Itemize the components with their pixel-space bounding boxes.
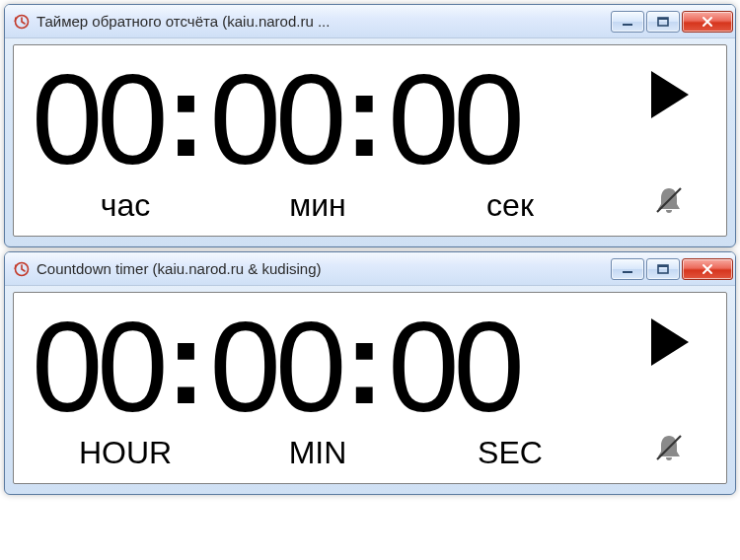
minimize-button[interactable] [611, 11, 644, 33]
window-title: Countdown timer (kaiu.narod.ru & kudisin… [37, 260, 609, 277]
window-controls [609, 11, 733, 33]
window-title: Таймер обратного отсчёта (kaiu.narod.ru … [37, 13, 609, 30]
clock-history-icon [13, 260, 31, 278]
minutes-label: MIN [219, 435, 416, 471]
seconds-value[interactable]: 00 [388, 55, 519, 183]
close-button[interactable] [682, 11, 733, 33]
time-display: 00 : 00 : 00 час мин сек [32, 55, 629, 224]
clock-history-icon [13, 13, 31, 31]
svg-rect-9 [623, 271, 632, 273]
bell-muted-icon[interactable] [651, 430, 687, 465]
minutes-value[interactable]: 00 [210, 55, 341, 183]
digits-row: 00 : 00 : 00 [32, 303, 629, 431]
svg-marker-5 [651, 71, 689, 118]
maximize-button[interactable] [646, 11, 680, 33]
window-controls [609, 258, 733, 280]
time-display: 00 : 00 : 00 HOUR MIN SEC [32, 303, 629, 471]
bell-muted-icon[interactable] [651, 182, 687, 218]
close-button[interactable] [682, 258, 733, 280]
seconds-label: SEC [416, 435, 604, 471]
hours-value[interactable]: 00 [32, 303, 163, 431]
play-icon[interactable] [645, 315, 693, 370]
svg-marker-12 [651, 318, 689, 366]
seconds-value[interactable]: 00 [388, 303, 519, 431]
hours-label: HOUR [32, 435, 219, 471]
controls-column [629, 55, 708, 224]
svg-rect-11 [658, 265, 668, 267]
client-area: 00 : 00 : 00 HOUR MIN SEC [13, 292, 727, 484]
play-icon[interactable] [645, 67, 693, 122]
hours-value[interactable]: 00 [32, 55, 163, 183]
minimize-button[interactable] [611, 258, 644, 280]
svg-rect-4 [658, 18, 668, 20]
minutes-label: мин [219, 187, 416, 224]
separator: : [340, 303, 388, 421]
svg-rect-2 [623, 24, 632, 26]
titlebar[interactable]: Countdown timer (kaiu.narod.ru & kudisin… [5, 252, 735, 286]
labels-row: HOUR MIN SEC [32, 435, 629, 471]
countdown-window-en: Countdown timer (kaiu.narod.ru & kudisin… [4, 251, 736, 495]
hours-label: час [32, 187, 219, 224]
separator: : [163, 55, 210, 174]
separator: : [340, 55, 388, 174]
client-area: 00 : 00 : 00 час мин сек [13, 44, 727, 237]
digits-row: 00 : 00 : 00 [32, 55, 629, 183]
titlebar[interactable]: Таймер обратного отсчёта (kaiu.narod.ru … [5, 5, 735, 38]
separator: : [163, 303, 210, 421]
seconds-label: сек [416, 187, 604, 224]
labels-row: час мин сек [32, 187, 629, 224]
countdown-window-ru: Таймер обратного отсчёта (kaiu.narod.ru … [4, 4, 736, 247]
controls-column [629, 303, 708, 471]
minutes-value[interactable]: 00 [210, 303, 341, 431]
maximize-button[interactable] [646, 258, 680, 280]
